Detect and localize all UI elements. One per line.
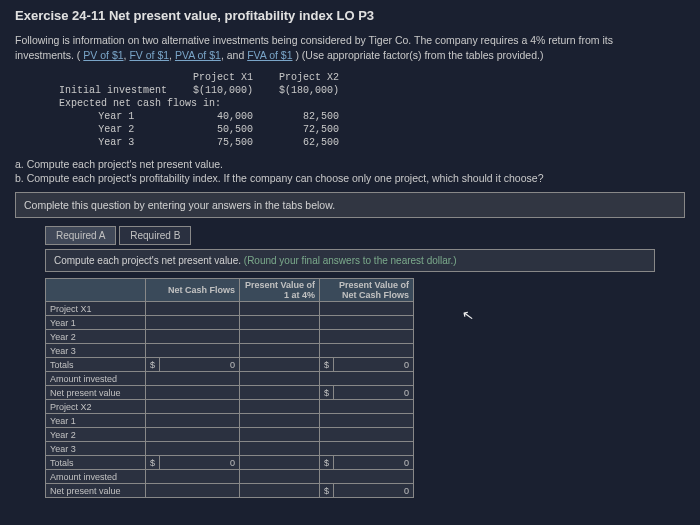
d6: $ [320,484,334,498]
in-px2-ai-pvn[interactable] [320,470,414,484]
sep3: , and [221,49,247,61]
d1: $ [146,358,160,372]
row-px2-ai: Amount invested [46,470,146,484]
in-px1-y3-ncf[interactable] [146,344,240,358]
in-px1-pvf[interactable] [240,302,320,316]
in-px1-pvn[interactable] [320,302,414,316]
in-px2-npv-pvf[interactable] [240,484,320,498]
v-px2-totals-ncf: 0 [160,456,240,470]
intro-line1: Following is information on two alternat… [15,34,613,46]
in-px2-ai-ncf[interactable] [146,470,240,484]
row-y3: Year 3 [86,137,179,148]
row-y1: Year 1 [86,111,179,122]
in-px1-y1-ncf[interactable] [146,316,240,330]
v-y2-x1: 50,500 [181,124,265,135]
in-px1-totals-pvf[interactable] [240,358,320,372]
in-px1-npv-ncf[interactable] [146,386,240,400]
row-expected: Expected net cash flows in: [47,98,351,109]
v-px2-totals-pvn: 0 [334,456,414,470]
row-px2-y3: Year 3 [46,442,146,456]
in-px1-ncf[interactable] [146,302,240,316]
in-px1-ai-pvn[interactable] [320,372,414,386]
in-px2-y1-pvf[interactable] [240,414,320,428]
d4: $ [146,456,160,470]
d2: $ [320,358,334,372]
v-init-x1: $(110,000) [181,85,265,96]
h-pv-factor: Present Value of 1 at 4% [240,279,320,302]
in-px1-y3-pvn[interactable] [320,344,414,358]
row-px2-totals: Totals [46,456,146,470]
question-b: b. Compute each project's profitability … [15,172,685,184]
intro-text: Following is information on two alternat… [15,33,685,62]
row-px1-totals: Totals [46,358,146,372]
question-a: a. Compute each project's net present va… [15,158,685,170]
row-initial: Initial investment [47,85,179,96]
row-px1-y3: Year 3 [46,344,146,358]
v-y2-x2: 72,500 [267,124,351,135]
v-px1-npv-pvn: 0 [334,386,414,400]
row-px1-npv: Net present value [46,386,146,400]
in-px2-pvn[interactable] [320,400,414,414]
sub-green: (Round your final answers to the nearest… [244,255,457,266]
d5: $ [320,456,334,470]
intro-line2a: investments. ( [15,49,80,61]
answer-table: Net Cash Flows Present Value of 1 at 4% … [45,278,414,498]
exercise-title: Exercise 24-11 Net present value, profit… [15,8,685,23]
h-net-cash: Net Cash Flows [146,279,240,302]
h-project-x2: Project X2 [267,72,351,83]
data-table: Project X1Project X2 Initial investment$… [45,70,353,150]
row-px1-y2: Year 2 [46,330,146,344]
row-px2-y2: Year 2 [46,428,146,442]
row-px1-y1: Year 1 [46,316,146,330]
h-pv-flows: Present Value of Net Cash Flows [320,279,414,302]
v-px2-npv-pvn: 0 [334,484,414,498]
v-px1-totals-ncf: 0 [160,358,240,372]
instruction-box: Complete this question by entering your … [15,192,685,218]
h-project-x1: Project X1 [181,72,265,83]
in-px2-y1-pvn[interactable] [320,414,414,428]
tab-required-b[interactable]: Required B [119,226,191,245]
in-px1-ai-ncf[interactable] [146,372,240,386]
sub-instruction: Compute each project's net present value… [45,249,655,272]
link-fva[interactable]: FVA of $1 [247,49,292,61]
in-px2-y3-ncf[interactable] [146,442,240,456]
in-px1-ai-pvf[interactable] [240,372,320,386]
in-px1-y1-pvn[interactable] [320,316,414,330]
row-px1: Project X1 [46,302,146,316]
in-px2-ncf[interactable] [146,400,240,414]
link-pv[interactable]: PV of $1 [83,49,123,61]
row-px2: Project X2 [46,400,146,414]
in-px2-y2-ncf[interactable] [146,428,240,442]
blank-header [46,279,146,302]
in-px1-npv-pvf[interactable] [240,386,320,400]
in-px2-y3-pvn[interactable] [320,442,414,456]
row-px1-ai: Amount invested [46,372,146,386]
v-y3-x2: 62,500 [267,137,351,148]
in-px2-y2-pvf[interactable] [240,428,320,442]
tab-required-a[interactable]: Required A [45,226,116,245]
in-px2-y1-ncf[interactable] [146,414,240,428]
in-px1-y3-pvf[interactable] [240,344,320,358]
row-y2: Year 2 [86,124,179,135]
in-px2-y3-pvf[interactable] [240,442,320,456]
v-y1-x1: 40,000 [181,111,265,122]
in-px2-npv-ncf[interactable] [146,484,240,498]
link-fv[interactable]: FV of $1 [129,49,169,61]
v-y3-x1: 75,500 [181,137,265,148]
in-px2-pvf[interactable] [240,400,320,414]
in-px1-y2-pvf[interactable] [240,330,320,344]
v-init-x2: $(180,000) [267,85,351,96]
in-px1-y2-ncf[interactable] [146,330,240,344]
v-px1-totals-pvn: 0 [334,358,414,372]
in-px1-y2-pvn[interactable] [320,330,414,344]
d3: $ [320,386,334,400]
link-pva[interactable]: PVA of $1 [175,49,221,61]
row-px2-npv: Net present value [46,484,146,498]
intro-line2b: ) (Use appropriate factor(s) from the ta… [295,49,543,61]
in-px1-y1-pvf[interactable] [240,316,320,330]
in-px2-ai-pvf[interactable] [240,470,320,484]
row-px2-y1: Year 1 [46,414,146,428]
cursor-icon: ↖ [461,306,476,324]
in-px2-y2-pvn[interactable] [320,428,414,442]
in-px2-totals-pvf[interactable] [240,456,320,470]
